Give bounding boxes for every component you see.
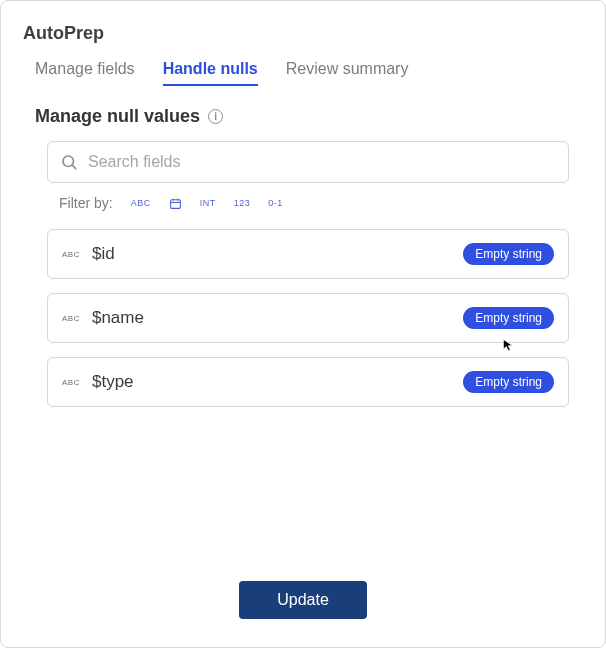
field-row[interactable]: ABC $name Empty string xyxy=(47,293,569,343)
field-name: $name xyxy=(92,308,451,328)
tab-review-summary[interactable]: Review summary xyxy=(286,60,409,86)
svg-line-1 xyxy=(72,165,76,169)
filter-row: Filter by: ABC INT 123 0-1 xyxy=(17,195,589,211)
field-name: $id xyxy=(92,244,451,264)
field-list: ABC $id Empty string ABC $name Empty str… xyxy=(17,229,589,407)
tabs: Manage fields Handle nulls Review summar… xyxy=(17,60,589,86)
autoprep-panel: AutoPrep Manage fields Handle nulls Revi… xyxy=(0,0,606,648)
null-handling-pill[interactable]: Empty string xyxy=(463,307,554,329)
type-badge-abc: ABC xyxy=(62,314,80,323)
svg-rect-2 xyxy=(170,199,180,208)
app-title: AutoPrep xyxy=(23,23,583,44)
info-icon[interactable]: i xyxy=(208,109,223,124)
search-icon xyxy=(60,153,78,171)
search-box[interactable] xyxy=(47,141,569,183)
calendar-icon xyxy=(169,197,182,210)
filter-chip-int[interactable]: INT xyxy=(200,198,216,208)
section-header: Manage null values i xyxy=(17,106,589,127)
filter-chip-date[interactable] xyxy=(169,197,182,210)
null-handling-pill[interactable]: Empty string xyxy=(463,243,554,265)
field-row[interactable]: ABC $id Empty string xyxy=(47,229,569,279)
search-input[interactable] xyxy=(88,153,556,171)
null-handling-pill[interactable]: Empty string xyxy=(463,371,554,393)
field-name: $type xyxy=(92,372,451,392)
filter-chip-123[interactable]: 123 xyxy=(234,198,251,208)
type-badge-abc: ABC xyxy=(62,378,80,387)
filter-chip-abc[interactable]: ABC xyxy=(131,198,151,208)
tab-manage-fields[interactable]: Manage fields xyxy=(35,60,135,86)
filter-chip-01[interactable]: 0-1 xyxy=(268,198,283,208)
field-row[interactable]: ABC $type Empty string xyxy=(47,357,569,407)
filter-label: Filter by: xyxy=(59,195,113,211)
type-badge-abc: ABC xyxy=(62,250,80,259)
section-title: Manage null values xyxy=(35,106,200,127)
update-button[interactable]: Update xyxy=(239,581,367,619)
tab-handle-nulls[interactable]: Handle nulls xyxy=(163,60,258,86)
update-bar: Update xyxy=(17,581,589,629)
